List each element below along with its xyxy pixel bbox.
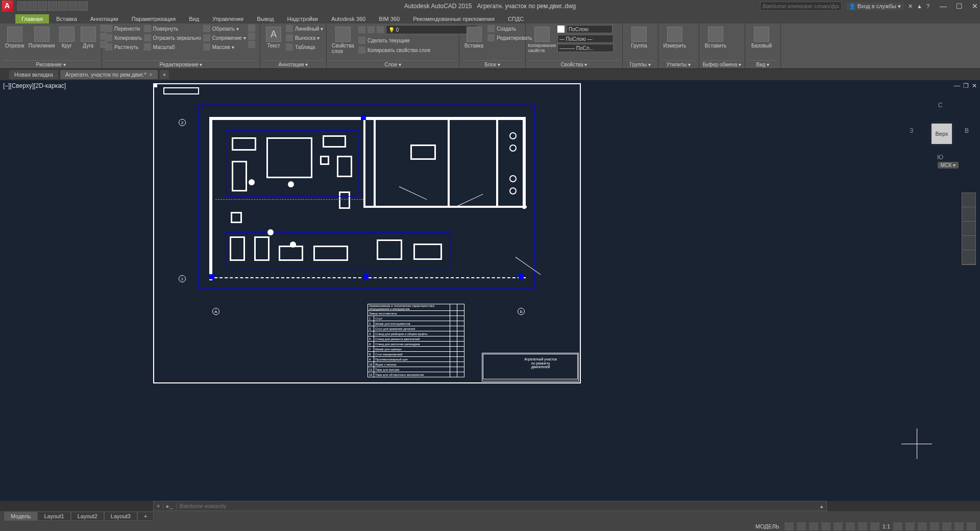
command-input[interactable] bbox=[177, 503, 817, 509]
status-model[interactable]: МОДЕЛЬ bbox=[755, 523, 779, 529]
panel-view-title[interactable]: Вид ▾ bbox=[748, 60, 777, 68]
hardware-accel-icon[interactable] bbox=[930, 522, 939, 530]
panel-props-title[interactable]: Свойства ▾ bbox=[529, 60, 619, 68]
circle-button[interactable]: Круг bbox=[57, 25, 77, 51]
explode-icon[interactable] bbox=[248, 33, 255, 40]
qat-saveas-icon[interactable] bbox=[48, 2, 57, 11]
layout-tab-3[interactable]: Layout3 bbox=[104, 512, 137, 521]
match-props-button[interactable]: Копирование свойств bbox=[529, 25, 555, 55]
layer-props-button[interactable]: Свойства слоя bbox=[330, 25, 356, 56]
viewcube-north[interactable]: С bbox=[938, 102, 943, 109]
array-button[interactable]: Массив ▾ bbox=[203, 43, 246, 51]
app-logo[interactable] bbox=[2, 1, 13, 12]
tab-a360[interactable]: Autodesk 360 bbox=[325, 14, 372, 23]
tab-manage[interactable]: Управление bbox=[206, 14, 250, 23]
polar-toggle-icon[interactable] bbox=[821, 522, 830, 530]
tab-view[interactable]: Вид bbox=[183, 14, 205, 23]
ortho-toggle-icon[interactable] bbox=[809, 522, 818, 530]
move-button[interactable]: Перенести bbox=[105, 25, 142, 33]
panel-clip-title[interactable]: Буфер обмена ▾ bbox=[702, 60, 742, 68]
filetab-new[interactable]: Новая вкладка bbox=[9, 70, 58, 79]
fillet-button[interactable]: Сопряжение ▾ bbox=[203, 34, 246, 42]
linetype-combo[interactable]: ——— ПоСл... bbox=[557, 44, 614, 52]
layout-tab-model[interactable]: Модель bbox=[4, 512, 37, 521]
nav-wheel-icon[interactable] bbox=[962, 193, 975, 207]
stretch-button[interactable]: Растянуть bbox=[105, 43, 142, 51]
lineweight-combo[interactable]: — ПоСлою — bbox=[557, 35, 614, 43]
baseview-button[interactable]: Базовый bbox=[748, 25, 775, 51]
table-button[interactable]: Таблица bbox=[286, 43, 323, 51]
nav-zoom-icon[interactable] bbox=[962, 222, 975, 236]
qat-new-icon[interactable] bbox=[17, 2, 27, 11]
minimize-icon[interactable]: — bbox=[940, 2, 947, 10]
panel-draw-title[interactable]: Рисование ▾ bbox=[3, 60, 99, 68]
bulb-icon[interactable] bbox=[358, 26, 365, 33]
vp-close-icon[interactable]: ✕ bbox=[972, 82, 977, 89]
grid-toggle-icon[interactable] bbox=[785, 522, 794, 530]
erase-icon[interactable] bbox=[248, 25, 255, 32]
status-scale[interactable]: 1:1 bbox=[883, 523, 890, 529]
color-swatch-icon[interactable] bbox=[557, 26, 565, 33]
trim-button[interactable]: Обрезать ▾ bbox=[203, 25, 246, 33]
help-icon[interactable]: ? bbox=[926, 3, 929, 9]
scale-button[interactable]: Масштаб bbox=[144, 43, 201, 51]
layout-tab-1[interactable]: Layout1 bbox=[37, 512, 70, 521]
dim-linear-button[interactable]: Линейный ▾ bbox=[286, 25, 323, 33]
drawing-viewport[interactable]: [–][Сверху][2D-каркас] — ❐ ✕ С Ю В З Вер… bbox=[0, 80, 980, 491]
nav-showmotion-icon[interactable] bbox=[962, 250, 975, 264]
workspace-switch-icon[interactable] bbox=[905, 522, 915, 530]
nav-orbit-icon[interactable] bbox=[962, 236, 975, 250]
tab-parametric[interactable]: Параметризация bbox=[126, 14, 182, 23]
filetab-add[interactable]: + bbox=[160, 70, 169, 79]
tab-spds[interactable]: СПДС bbox=[502, 14, 530, 23]
vp-restore-icon[interactable]: ❐ bbox=[963, 82, 969, 89]
viewcube-west[interactable]: З bbox=[910, 127, 913, 134]
qat-open-icon[interactable] bbox=[28, 2, 37, 11]
viewcube-south[interactable]: Ю bbox=[937, 154, 943, 161]
cmdline-close-icon[interactable]: × bbox=[154, 503, 163, 509]
annoscale-icon[interactable] bbox=[893, 522, 902, 530]
close-icon[interactable]: ✕ bbox=[972, 2, 978, 10]
qat-save-icon[interactable] bbox=[38, 2, 47, 11]
panel-groups-title[interactable]: Группы ▾ bbox=[626, 60, 655, 68]
vp-minimize-icon[interactable]: — bbox=[954, 82, 960, 89]
viewcube[interactable]: С Ю В З Верх bbox=[914, 106, 965, 157]
color-combo[interactable]: ПоСлою bbox=[567, 25, 612, 33]
paste-button[interactable]: Вставить bbox=[702, 25, 729, 51]
annomon-icon[interactable] bbox=[918, 522, 927, 530]
tab-bim360[interactable]: BIM 360 bbox=[373, 14, 406, 23]
cmdline-history-icon[interactable]: ▴ bbox=[817, 503, 826, 510]
nav-pan-icon[interactable] bbox=[962, 207, 975, 222]
filetab-close-icon[interactable]: × bbox=[149, 71, 152, 78]
layout-tab-2[interactable]: Layout2 bbox=[71, 512, 104, 521]
lock-icon[interactable] bbox=[377, 26, 384, 33]
viewcube-top[interactable]: Верх bbox=[932, 124, 952, 144]
layout-tab-add[interactable]: + bbox=[137, 512, 154, 521]
tab-annotate[interactable]: Аннотации bbox=[84, 14, 125, 23]
qat-redo-icon[interactable] bbox=[79, 2, 88, 11]
viewcube-east[interactable]: В bbox=[965, 127, 969, 134]
tab-featured[interactable]: Рекомендованные приложения bbox=[407, 14, 501, 23]
wcs-dropdown[interactable]: МСК ▾ bbox=[938, 162, 959, 168]
polyline-button[interactable]: Полилиния bbox=[29, 25, 55, 51]
cmdline-config-icon[interactable]: ▸_ bbox=[163, 503, 176, 510]
isolate-icon[interactable] bbox=[942, 522, 951, 530]
measure-button[interactable]: Измерить bbox=[662, 25, 688, 51]
transparency-toggle-icon[interactable] bbox=[870, 522, 879, 530]
qat-print-icon[interactable] bbox=[58, 2, 67, 11]
cleanscreen-icon[interactable] bbox=[954, 522, 964, 530]
rotate-button[interactable]: Повернуть bbox=[144, 25, 201, 33]
panel-block-title[interactable]: Блок ▾ bbox=[462, 60, 522, 68]
line-button[interactable]: Отрезок bbox=[3, 25, 27, 51]
maximize-icon[interactable]: ☐ bbox=[956, 2, 963, 10]
snap-toggle-icon[interactable] bbox=[797, 522, 806, 530]
tab-addins[interactable]: Надстройки bbox=[281, 14, 324, 23]
tab-output[interactable]: Вывод bbox=[251, 14, 280, 23]
panel-modify-title[interactable]: Редактирование ▾ bbox=[105, 60, 257, 68]
filetab-active[interactable]: Агрегатн. участок по рем.двиг.*× bbox=[60, 70, 158, 79]
mirror-button[interactable]: Отразить зеркально bbox=[144, 34, 201, 42]
panel-layers-title[interactable]: Слои ▾ bbox=[330, 60, 456, 68]
customize-icon[interactable] bbox=[967, 522, 976, 530]
otrack-toggle-icon[interactable] bbox=[846, 522, 855, 530]
leader-button[interactable]: Выноска ▾ bbox=[286, 34, 323, 42]
